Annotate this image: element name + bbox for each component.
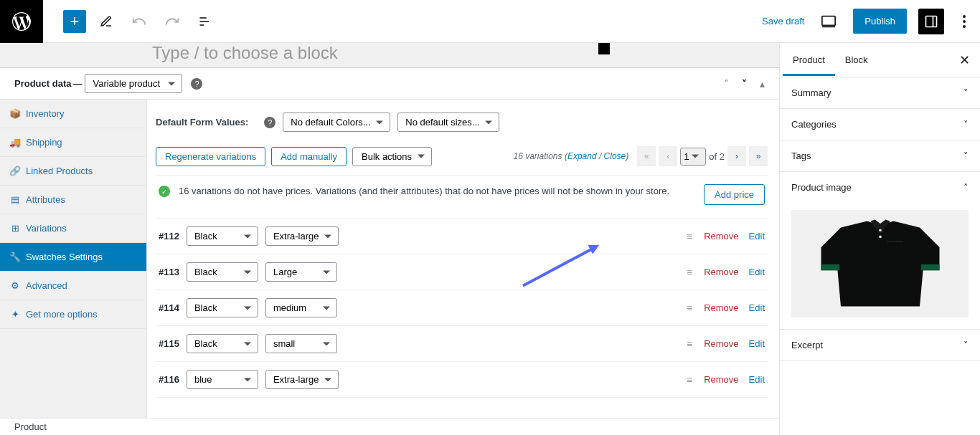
variation-color-select[interactable]: Black xyxy=(187,226,258,246)
edit-link[interactable]: Edit xyxy=(749,231,765,242)
variation-size-select[interactable]: Extra-large xyxy=(265,370,339,389)
variation-id: #116 xyxy=(159,374,179,385)
remove-link[interactable]: Remove xyxy=(704,231,738,242)
variation-id: #114 xyxy=(159,302,179,313)
variation-row[interactable]: #115Blacksmall≡RemoveEdit xyxy=(156,326,768,362)
pager-last[interactable]: » xyxy=(749,146,768,166)
footer-breadcrumb[interactable]: Product xyxy=(0,418,779,435)
variation-row[interactable]: #116blueExtra-large≡RemoveEdit xyxy=(156,362,768,398)
tab-inventory[interactable]: 📦Inventory xyxy=(0,100,146,128)
tab-attributes[interactable]: ▤Attributes xyxy=(0,186,146,214)
panel-tags[interactable]: Tags˅ xyxy=(780,140,980,172)
edit-link[interactable]: Edit xyxy=(749,374,765,385)
variation-color-select[interactable]: Black xyxy=(187,298,258,317)
tab-variations[interactable]: ⊞Variations xyxy=(0,214,146,243)
pager-next[interactable]: › xyxy=(727,146,746,166)
product-image-thumbnail[interactable] xyxy=(791,210,969,317)
list-view-icon[interactable] xyxy=(197,13,214,30)
pager-of: of 2 xyxy=(709,151,725,162)
svg-point-12 xyxy=(879,229,882,231)
add-manually-button[interactable]: Add manually xyxy=(271,147,347,166)
add-price-button[interactable]: Add price xyxy=(704,184,765,205)
editor-topbar: + Save draft Publish xyxy=(0,0,980,43)
panel-up-icon[interactable]: ˄ xyxy=(724,78,729,90)
panel-excerpt[interactable]: Excerpt˅ xyxy=(780,330,980,361)
preview-icon[interactable] xyxy=(816,9,842,34)
variation-color-select[interactable]: Black xyxy=(187,334,258,353)
tab-label: Shipping xyxy=(26,137,62,148)
product-type-select[interactable]: Variable product xyxy=(85,74,182,93)
variation-size-select[interactable]: medium xyxy=(265,298,337,317)
drag-handle-icon[interactable]: ≡ xyxy=(687,267,694,278)
wordpress-icon xyxy=(12,12,31,31)
regenerate-variations-button[interactable]: Regenerate variations xyxy=(156,147,265,166)
variation-actions: ≡RemoveEdit xyxy=(687,302,765,314)
tab-shipping[interactable]: 🚚Shipping xyxy=(0,128,146,157)
tab-advanced[interactable]: ⚙Advanced xyxy=(0,272,146,300)
close-icon[interactable]: ✕ xyxy=(959,52,970,68)
polo-shirt-image xyxy=(801,214,959,314)
remove-link[interactable]: Remove xyxy=(704,267,738,277)
variation-size-select[interactable]: Extra-large xyxy=(265,226,339,246)
variation-size-select[interactable]: Large xyxy=(265,262,337,282)
panel-product-image-header[interactable]: Product image˄ xyxy=(780,172,980,203)
variation-row[interactable]: #114Blackmedium≡RemoveEdit xyxy=(156,290,768,326)
wp-logo[interactable] xyxy=(0,0,43,43)
sidebar-tab-product[interactable]: Product xyxy=(783,44,835,76)
edit-icon[interactable] xyxy=(98,13,115,30)
grid-icon: ⊞ xyxy=(10,223,20,234)
tab-swatches-settings[interactable]: 🔧Swatches Settings xyxy=(0,243,146,272)
tab-label: Variations xyxy=(26,223,67,234)
check-icon: ✓ xyxy=(159,186,170,197)
pager-prev[interactable]: ‹ xyxy=(659,146,677,166)
chevron-down-icon: ˅ xyxy=(963,87,969,98)
expand-link[interactable]: Expand xyxy=(567,151,597,161)
bulk-actions-select[interactable]: Bulk actions xyxy=(352,147,432,166)
publish-button[interactable]: Publish xyxy=(853,9,907,34)
add-block-button[interactable]: + xyxy=(63,10,86,33)
variation-row[interactable]: #112BlackExtra-large≡RemoveEdit xyxy=(156,219,768,254)
variation-color-select[interactable]: blue xyxy=(187,370,258,389)
close-link[interactable]: Close xyxy=(604,151,626,161)
block-inserter-hint[interactable]: Type / to choose a block xyxy=(152,43,779,67)
pager-page-select[interactable]: 1 xyxy=(680,148,706,166)
redo-icon[interactable] xyxy=(164,13,181,30)
drag-handle-icon[interactable]: ≡ xyxy=(687,231,694,242)
tab-get-more[interactable]: ✦Get more options xyxy=(0,300,146,329)
list-icon: ▤ xyxy=(10,194,20,205)
pager-first[interactable]: « xyxy=(637,146,656,166)
remove-link[interactable]: Remove xyxy=(704,302,738,313)
remove-link[interactable]: Remove xyxy=(704,374,738,385)
default-colors-select[interactable]: No default Colors... xyxy=(283,113,390,132)
help-icon[interactable]: ? xyxy=(191,78,202,90)
drag-handle-icon[interactable]: ≡ xyxy=(687,338,694,350)
tab-label: Swatches Settings xyxy=(26,252,103,262)
panel-title: Categories xyxy=(791,119,837,130)
edit-link[interactable]: Edit xyxy=(749,267,765,277)
drag-handle-icon[interactable]: ≡ xyxy=(687,374,694,386)
tab-linked-products[interactable]: 🔗Linked Products xyxy=(0,157,146,186)
save-draft-link[interactable]: Save draft xyxy=(762,16,804,27)
edit-link[interactable]: Edit xyxy=(749,338,765,349)
edit-link[interactable]: Edit xyxy=(749,302,765,313)
panel-categories[interactable]: Categories˅ xyxy=(780,109,980,140)
remove-link[interactable]: Remove xyxy=(704,338,738,349)
content-area: Type / to choose a block Product data — … xyxy=(0,43,779,435)
variation-row[interactable]: #113BlackLarge≡RemoveEdit xyxy=(156,254,768,290)
panel-toggle-icon[interactable]: ▴ xyxy=(760,78,765,90)
variation-size-select[interactable]: small xyxy=(265,334,337,353)
undo-icon[interactable] xyxy=(131,13,148,30)
panel-collapse-controls: ˄ ˅ ▴ xyxy=(724,78,765,90)
default-sizes-select[interactable]: No default sizes... xyxy=(397,113,499,132)
sidebar-tab-block[interactable]: Block xyxy=(835,44,878,76)
help-icon[interactable]: ? xyxy=(264,117,275,128)
panel-product-image: Product image˄ xyxy=(780,172,980,330)
truck-icon: 🚚 xyxy=(10,137,20,148)
settings-panel-toggle[interactable] xyxy=(918,9,944,34)
variation-color-select[interactable]: Black xyxy=(187,262,258,282)
more-options-icon[interactable] xyxy=(956,9,973,34)
panel-title: Tags xyxy=(791,150,811,161)
panel-down-icon[interactable]: ˅ xyxy=(742,78,747,90)
drag-handle-icon[interactable]: ≡ xyxy=(687,302,694,314)
panel-summary[interactable]: Summary˅ xyxy=(780,77,980,109)
